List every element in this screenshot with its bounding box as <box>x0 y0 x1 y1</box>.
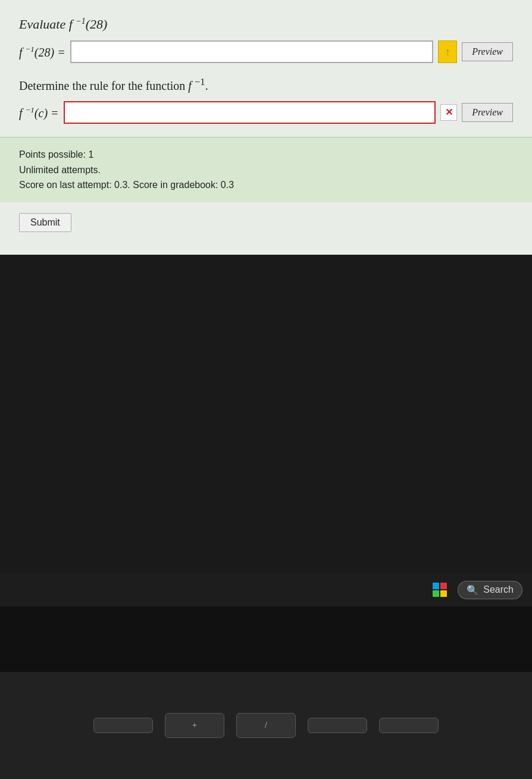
equation1-label: f −1(28) = <box>19 45 65 60</box>
key-btn-3[interactable]: / <box>236 713 296 738</box>
windows-tile-blue <box>433 583 439 589</box>
equation2-preview-button[interactable]: Preview <box>462 103 513 122</box>
windows-icon[interactable] <box>433 583 447 597</box>
equation1-input[interactable] <box>70 40 434 63</box>
equation1-preview-button[interactable]: Preview <box>462 42 513 61</box>
determine-title: Determine the rule for the function f −1… <box>19 76 513 93</box>
taskbar: 🔍 Search <box>0 573 532 606</box>
equation2-input[interactable] <box>64 101 436 124</box>
points-line2: Unlimited attempts. <box>19 162 513 178</box>
submit-area: Submit <box>19 202 513 238</box>
search-icon: 🔍 <box>467 584 478 596</box>
key-btn-5[interactable] <box>379 718 439 733</box>
equation2-row: f −1(c) = ✕ Preview <box>19 101 513 124</box>
evaluate-title: Evaluate f −1(28) <box>19 17 513 32</box>
main-panel: Evaluate f −1(28) f −1(28) = ↑ Preview D… <box>0 0 532 255</box>
equation1-row: f −1(28) = ↑ Preview <box>19 40 513 63</box>
points-line1: Points possible: 1 <box>19 147 513 162</box>
points-line3: Score on last attempt: 0.3. Score in gra… <box>19 177 513 193</box>
windows-tile-red <box>440 583 447 589</box>
windows-tile-green <box>433 590 439 597</box>
equation1-arrow-button[interactable]: ↑ <box>438 40 457 63</box>
search-label: Search <box>483 584 514 595</box>
equation2-clear-button[interactable]: ✕ <box>440 104 457 121</box>
submit-button[interactable]: Submit <box>19 213 71 232</box>
keyboard-area: + / <box>0 672 532 779</box>
key-btn-1[interactable] <box>93 718 153 733</box>
key-btn-2[interactable]: + <box>165 713 224 738</box>
key-btn-4[interactable] <box>308 718 367 733</box>
windows-tile-yellow <box>440 590 447 597</box>
search-bar[interactable]: 🔍 Search <box>458 581 522 599</box>
dark-area: + / <box>0 606 532 779</box>
equation2-label: f −1(c) = <box>19 105 59 120</box>
points-section: Points possible: 1 Unlimited attempts. S… <box>0 137 532 202</box>
